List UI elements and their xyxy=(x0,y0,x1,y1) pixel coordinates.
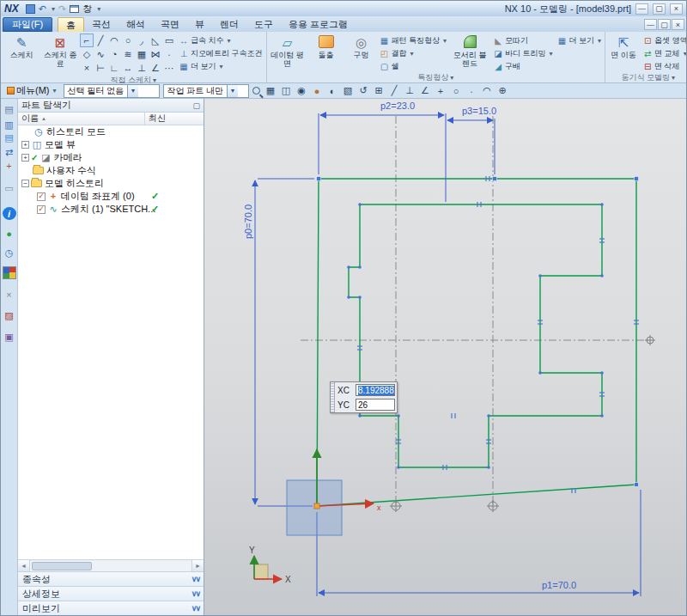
tab-home[interactable]: 홈 xyxy=(58,17,84,32)
window-icon[interactable] xyxy=(70,5,79,13)
doc-restore-button[interactable]: ▢ xyxy=(658,19,671,30)
rectangle-icon[interactable]: ▭ xyxy=(162,34,176,47)
undo-caret-icon[interactable]: ▾ xyxy=(52,5,55,13)
panel-undock-icon[interactable]: ▢ xyxy=(192,101,200,110)
fit-view-icon[interactable]: ⊞ xyxy=(372,84,386,98)
tab-curve[interactable]: 곡선 xyxy=(84,17,119,32)
selection-filter-dropdown[interactable]: 선택 필터 없음 ▼ xyxy=(64,84,160,98)
more-sketch-button[interactable]: ▦ 더 보기 ▾ xyxy=(177,60,264,72)
panel-preview[interactable]: 미리보기 ∨∨ xyxy=(18,601,204,615)
replace-face-button[interactable]: ⇄ 면 교체 ▾ xyxy=(641,47,687,59)
edge-blend-button[interactable]: 모서리 블렌드 xyxy=(449,33,490,72)
snap-point-icon[interactable]: + xyxy=(434,84,448,98)
constraint-navigator-icon[interactable]: ▥ xyxy=(3,119,16,131)
doc-close-button[interactable]: × xyxy=(672,19,684,30)
column-latest[interactable]: 최신 xyxy=(145,113,204,125)
dynamic-input-box[interactable]: XC 8.192888 YC 26 xyxy=(330,381,398,413)
more-feature-button[interactable]: ▦ 더 보기 ▾ xyxy=(556,34,604,46)
render-style-icon[interactable]: ▧ xyxy=(341,84,356,98)
navigator-horizontal-scrollbar[interactable]: ◄ ► xyxy=(18,559,204,571)
system-materials-icon[interactable]: ▨ xyxy=(3,309,16,322)
snap-perpendicular-icon[interactable]: ⊥ xyxy=(403,84,417,98)
mirror-curve-icon[interactable]: ⋈ xyxy=(149,47,162,61)
redo-icon[interactable]: ↷ xyxy=(58,4,66,14)
tab-analysis[interactable]: 해석 xyxy=(119,17,153,32)
scrollbar-thumb[interactable] xyxy=(32,562,92,570)
snap-center-icon[interactable]: ⊕ xyxy=(495,84,510,98)
part-navigator-icon[interactable]: ▤ xyxy=(3,131,16,144)
polygon-icon[interactable]: ◇ xyxy=(80,47,94,61)
angle-icon[interactable]: ∠ xyxy=(149,61,162,75)
roles-palette-icon[interactable] xyxy=(3,266,16,279)
snap-circle-icon[interactable]: ○ xyxy=(449,84,464,98)
delete-face-button[interactable]: ⊟ 면 삭제 xyxy=(641,60,687,72)
snap-line-icon[interactable]: ╱ xyxy=(387,84,402,98)
save-icon[interactable] xyxy=(26,4,35,14)
rotate-view-icon[interactable]: ↺ xyxy=(356,84,371,98)
tree-row-cameras[interactable]: + ✓ ◪ 카메라 xyxy=(18,151,204,164)
hole-button[interactable]: ◎ 구멍 xyxy=(346,33,377,72)
datum-csys-checkbox[interactable]: ✓ xyxy=(37,192,46,201)
selection-scope-dropdown[interactable]: 작업 파트 내만 ▼ xyxy=(163,84,249,98)
tab-tools[interactable]: 도구 xyxy=(246,17,281,32)
tree-row-model-history[interactable]: − 모델 히스토리 xyxy=(18,177,204,190)
tree-row-sketch[interactable]: ✓ ∿ 스케치 (1) "SKETCH... ✓ xyxy=(18,203,204,216)
tree-row-datum-csys[interactable]: ✓ + 데이텀 좌표계 (0) ✓ xyxy=(18,190,204,203)
finish-sketch-button[interactable]: ⊠ 스케치 종료 xyxy=(41,33,79,75)
close-button[interactable]: × xyxy=(670,3,683,15)
reuse-library-icon[interactable]: ⇄ xyxy=(3,146,16,159)
offset-curve-icon[interactable]: ≋ xyxy=(121,47,135,61)
column-name[interactable]: 이름 ▲ xyxy=(18,113,145,125)
rapid-dimension-button[interactable]: ↔ 급속 치수 ▾ xyxy=(177,34,264,46)
datum-plane-button[interactable]: ▱ 데이텀 평면 xyxy=(269,33,307,72)
undo-icon[interactable]: ↶ xyxy=(39,4,46,14)
scroll-right-icon[interactable]: ► xyxy=(192,560,204,571)
snap-midpoint-icon[interactable]: ∙ xyxy=(465,84,479,98)
trim-body-button[interactable]: ◪ 바디 트리밍 ▾ xyxy=(491,47,555,59)
sketch-canvas[interactable]: p2=23.0p3=15.0p0=70.0p1=70.0xYX xyxy=(204,99,686,615)
tree-row-model-views[interactable]: + ◫ 모델 뷰 xyxy=(18,138,204,151)
panel-dependencies[interactable]: 종속성 ∨∨ xyxy=(18,571,204,586)
point-icon[interactable]: ∙ xyxy=(162,47,176,61)
group-label-synchronous[interactable]: 동기식 모델링▾ xyxy=(607,72,687,82)
fillet-icon[interactable]: ◞ xyxy=(135,34,149,47)
internet-explorer-icon[interactable]: i xyxy=(3,207,16,220)
ellipse-icon[interactable]: ◔ xyxy=(107,47,121,61)
expander-icon[interactable]: + xyxy=(21,141,29,149)
touch-mode-icon[interactable]: × xyxy=(3,288,16,301)
tab-surface[interactable]: 곡면 xyxy=(153,17,187,32)
snap-arc-icon[interactable]: ◠ xyxy=(480,84,495,98)
pattern-feature-button[interactable]: ▦ 패턴 특징형상 ▾ xyxy=(378,34,449,46)
doc-minimize-button[interactable]: — xyxy=(644,19,657,30)
process-studio-icon[interactable]: ▣ xyxy=(3,331,16,344)
circle-icon[interactable]: ○ xyxy=(121,34,135,47)
corner-icon[interactable]: ∟ xyxy=(107,61,121,75)
tree-row-user-expressions[interactable]: 사용자 수식 xyxy=(18,164,204,177)
collapse-icon[interactable]: − xyxy=(21,180,29,187)
sketch-checkbox[interactable]: ✓ xyxy=(37,205,46,214)
snap-angle-icon[interactable]: ∠ xyxy=(418,84,433,98)
tab-view[interactable]: 뷰 xyxy=(187,17,212,32)
constraint-icon[interactable]: ⊥ xyxy=(135,61,149,75)
profile-icon[interactable]: ⌐ xyxy=(80,34,94,47)
wireframe-icon[interactable]: ◫ xyxy=(279,84,294,98)
move-face-button[interactable]: ⇱ 면 이동 xyxy=(607,33,640,72)
sketch-button[interactable]: ✎ 스케치 xyxy=(3,33,40,75)
minimize-button[interactable]: — xyxy=(635,3,648,15)
shaded-icon[interactable]: ● xyxy=(310,84,325,98)
tab-render[interactable]: 렌더 xyxy=(212,17,246,32)
history-green-icon[interactable]: ● xyxy=(3,227,16,240)
group-label-feature[interactable]: 특징형상▾ xyxy=(269,72,604,82)
web-browser-icon[interactable]: ▭ xyxy=(3,182,16,195)
studio-spline-icon[interactable]: ∿ xyxy=(94,47,107,61)
file-menu-button[interactable]: 파일(F) xyxy=(3,17,52,32)
find-icon[interactable] xyxy=(252,87,260,95)
unite-button[interactable]: ◰ 결합 ▾ xyxy=(378,47,449,59)
line-icon[interactable]: ╱ xyxy=(94,34,107,47)
extrude-button[interactable]: 돌출 xyxy=(307,33,345,72)
trim-icon[interactable]: × xyxy=(80,61,94,75)
dimension-icon[interactable]: ↔ xyxy=(121,61,135,75)
yc-input[interactable]: 26 xyxy=(356,399,395,411)
chamfer-icon[interactable]: ◺ xyxy=(149,34,162,47)
window-menu-caret-icon[interactable]: ▾ xyxy=(97,5,100,13)
